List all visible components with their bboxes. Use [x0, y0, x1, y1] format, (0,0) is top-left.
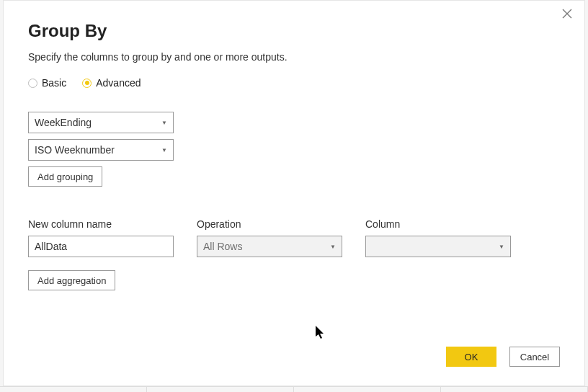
- dialog-title: Group By: [28, 21, 560, 41]
- cancel-button[interactable]: Cancel: [509, 347, 560, 367]
- column-label: Column: [365, 218, 511, 230]
- grouping-column-select[interactable]: WeekEnding ▼: [28, 112, 174, 133]
- radio-icon: [28, 79, 37, 88]
- operation-col: Operation All Rows ▼: [197, 218, 342, 263]
- chevron-down-icon: ▼: [161, 147, 167, 153]
- chevron-down-icon: ▼: [161, 120, 167, 126]
- radio-basic-label: Basic: [42, 77, 66, 89]
- add-grouping-button[interactable]: Add grouping: [28, 166, 102, 187]
- new-column-name-label: New column name: [28, 218, 174, 230]
- operation-select[interactable]: All Rows ▼: [197, 236, 342, 257]
- mode-radio-group: Basic Advanced: [28, 77, 560, 89]
- new-column-name-col: New column name: [28, 218, 174, 263]
- column-select[interactable]: ▼: [365, 236, 511, 257]
- new-column-name-input[interactable]: [28, 236, 174, 257]
- add-aggregation-button[interactable]: Add aggregation: [28, 270, 115, 290]
- operation-value: All Rows: [203, 241, 242, 252]
- aggregation-row: New column name Operation All Rows ▼ Col…: [28, 218, 560, 263]
- grouping-column-value: ISO Weeknumber: [35, 144, 115, 156]
- operation-label: Operation: [197, 218, 342, 230]
- aggregation-section: New column name Operation All Rows ▼ Col…: [28, 218, 560, 290]
- grouping-section: WeekEnding ▼ ISO Weeknumber ▼ Add groupi…: [28, 112, 560, 187]
- ok-button[interactable]: OK: [446, 347, 496, 367]
- chevron-down-icon: ▼: [499, 244, 504, 250]
- radio-icon: [82, 79, 92, 88]
- background-grid: [0, 386, 588, 392]
- grouping-column-select[interactable]: ISO Weeknumber ▼: [28, 139, 174, 161]
- radio-advanced-label: Advanced: [96, 77, 141, 89]
- grouping-column-value: WeekEnding: [35, 117, 92, 128]
- radio-advanced[interactable]: Advanced: [82, 77, 141, 89]
- dialog-footer: OK Cancel: [446, 347, 560, 367]
- close-icon[interactable]: [560, 8, 574, 22]
- dialog-subtitle: Specify the columns to group by and one …: [28, 51, 560, 63]
- group-by-dialog: Group By Specify the columns to group by…: [3, 0, 585, 386]
- chevron-down-icon: ▼: [330, 244, 336, 250]
- radio-basic[interactable]: Basic: [28, 77, 66, 89]
- column-col: Column ▼: [365, 218, 511, 263]
